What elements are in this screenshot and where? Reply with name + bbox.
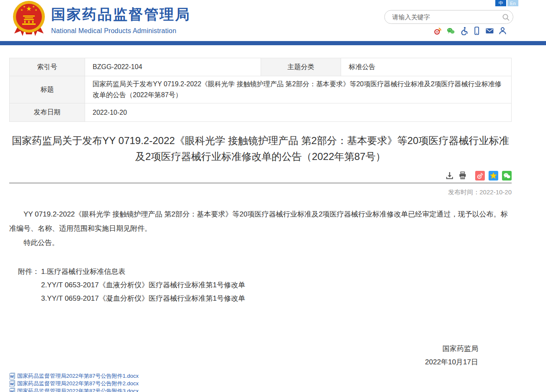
sign-date: 2022年10月17日: [9, 356, 478, 369]
document-info-table: 索引号 BZGG-2022-104 主题分类 标准公告 标题 国家药监局关于发布…: [9, 58, 512, 122]
title-divider: [9, 183, 512, 183]
list-item: 3.YY/T 0659-2017《凝血分析仪》医疗器械行业标准第1号修改单: [18, 292, 512, 305]
mobile-icon[interactable]: [472, 26, 481, 35]
index-number-value: BZGG-2022-104: [85, 58, 261, 76]
header-divider-bar: [0, 41, 546, 45]
title-value: 国家药监局关于发布YY 0719.2-2022《眼科光学 接触镜护理产品 第2部…: [85, 76, 512, 103]
accessibility-icon[interactable]: [459, 26, 468, 35]
publish-date-value: 2022-10-20: [85, 103, 512, 122]
word-doc-icon: W: [9, 373, 16, 379]
lang-english-button[interactable]: En: [507, 0, 518, 6]
svg-text:W: W: [10, 374, 14, 379]
signature-block: 国家药监局 2022年10月17日: [9, 342, 512, 369]
search-box: [384, 10, 513, 24]
doc-download-link[interactable]: W 国家药品监督管理局2022年第87号公告附件1.docx: [9, 372, 512, 380]
share-qzone-button[interactable]: [489, 171, 498, 181]
publish-time: 发布时间：2022-10-20: [9, 188, 512, 196]
attachment-item: 3.YY/T 0659-2017《凝血分析仪》医疗器械行业标准第1号修改单: [41, 292, 245, 305]
doc-download-link[interactable]: W 国家药品监督管理局2022年第87号公告附件3.docx: [9, 387, 512, 392]
user-icon[interactable]: [498, 26, 507, 35]
header-quick-links: [433, 26, 507, 35]
share-weibo-button[interactable]: [475, 171, 485, 181]
publish-time-value: 2022-10-20: [479, 188, 512, 196]
article-paragraph: YY 0719.2-2022《眼科光学 接触镜护理产品 第2部分：基本要求》等2…: [9, 207, 512, 236]
site-title-block: 国家药品监督管理局 National Medical Products Admi…: [51, 5, 191, 35]
download-icon[interactable]: [445, 171, 454, 180]
mail-icon[interactable]: [485, 26, 494, 35]
svg-text:W: W: [10, 382, 14, 386]
attachment-list: 附件： 1.医疗器械行业标准信息表 2.YY/T 0653-2017《血液分析仪…: [9, 265, 512, 305]
site-title-en: National Medical Products Administration: [51, 27, 191, 35]
article-toolbar: [9, 170, 512, 181]
wechat-icon[interactable]: [446, 26, 455, 35]
print-icon[interactable]: [458, 171, 467, 180]
svg-text:W: W: [10, 389, 14, 392]
title-label: 标题: [10, 76, 85, 103]
category-value: 标准公告: [341, 58, 512, 76]
doc-download-link[interactable]: W 国家药品监督管理局2022年第87号公告附件2.docx: [9, 380, 512, 387]
language-toggle: 中 En: [495, 0, 518, 6]
publish-date-label: 发布日期: [10, 103, 85, 122]
share-wechat-button[interactable]: [502, 171, 512, 181]
search-input[interactable]: [385, 13, 499, 21]
signer-name: 国家药监局: [9, 342, 478, 356]
word-doc-icon: W: [9, 388, 16, 392]
table-row: 标题 国家药监局关于发布YY 0719.2-2022《眼科光学 接触镜护理产品 …: [10, 76, 512, 103]
attachment-download-links: W 国家药品监督管理局2022年第87号公告附件1.docx W 国家药品监督管…: [9, 372, 512, 392]
category-label: 主题分类: [261, 58, 341, 76]
page-title: 国家药监局关于发布YY 0719.2-2022《眼科光学 接触镜护理产品 第2部…: [9, 133, 512, 165]
national-emblem-logo: [10, 0, 47, 39]
attachment-item: 2.YY/T 0653-2017《血液分析仪》医疗器械行业标准第1号修改单: [41, 279, 245, 292]
word-doc-icon: W: [9, 380, 16, 387]
search-icon[interactable]: [499, 11, 513, 23]
index-number-label: 索引号: [10, 58, 85, 76]
attachment-item: 1.医疗器械行业标准信息表: [41, 265, 125, 279]
publish-time-label: 发布时间：: [448, 188, 479, 196]
list-item: 附件： 1.医疗器械行业标准信息表: [18, 265, 512, 279]
table-row: 索引号 BZGG-2022-104 主题分类 标准公告: [10, 58, 512, 76]
attachments-label: 附件：: [18, 265, 41, 279]
site-header: 国家药品监督管理局 National Medical Products Admi…: [0, 0, 546, 41]
list-item: 2.YY/T 0653-2017《血液分析仪》医疗器械行业标准第1号修改单: [18, 279, 512, 292]
lang-chinese-button[interactable]: 中: [495, 0, 506, 6]
article-paragraph: 特此公告。: [9, 236, 512, 250]
main-content: 索引号 BZGG-2022-104 主题分类 标准公告 标题 国家药监局关于发布…: [9, 58, 512, 392]
table-row: 发布日期 2022-10-20: [10, 103, 512, 122]
weibo-icon[interactable]: [433, 26, 442, 35]
site-title-zh: 国家药品监督管理局: [51, 5, 191, 24]
article-body: YY 0719.2-2022《眼科光学 接触镜护理产品 第2部分：基本要求》等2…: [9, 207, 512, 250]
